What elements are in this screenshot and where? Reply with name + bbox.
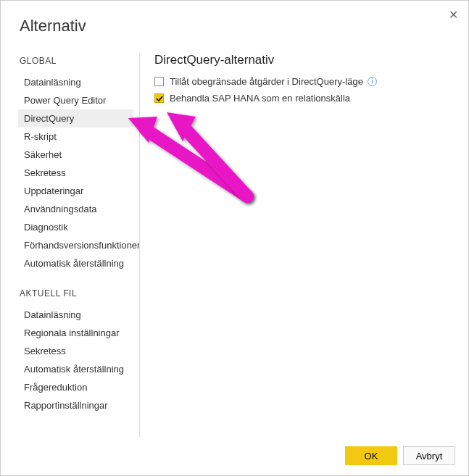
sidebar-item-anvandningsdata[interactable]: Användningsdata [18, 200, 139, 218]
sidebar-item-automatisk-aterstallning[interactable]: Automatisk återställning [18, 254, 139, 272]
dialog-footer: OK Avbryt [345, 446, 455, 465]
close-button[interactable]: ✕ [449, 8, 458, 22]
close-icon: ✕ [449, 9, 458, 21]
option-label-sap-hana: Behandla SAP HANA som en relationskälla [170, 93, 350, 104]
sidebar: GLOBAL Datainläsning Power Query Editor … [1, 53, 140, 437]
sidebar-item-sekretess[interactable]: Sekretess [18, 164, 139, 182]
option-label-unrestricted: Tillåt obegränsade åtgärder i DirectQuer… [170, 76, 363, 87]
sidebar-item-power-query-editor[interactable]: Power Query Editor [18, 91, 139, 109]
check-icon [156, 95, 163, 102]
sidebar-item-sekretess-fil[interactable]: Sekretess [18, 342, 139, 360]
sidebar-item-uppdateringar[interactable]: Uppdateringar [18, 182, 139, 200]
sidebar-item-datainlasning[interactable]: Datainläsning [18, 73, 139, 91]
option-row-sap-hana: Behandla SAP HANA som en relationskälla [154, 93, 454, 104]
cancel-button[interactable]: Avbryt [403, 446, 455, 465]
checkbox-unrestricted[interactable] [154, 77, 164, 86]
section-header-global: GLOBAL [20, 56, 139, 66]
dialog-content: GLOBAL Datainläsning Power Query Editor … [1, 53, 468, 437]
main-panel: DirectQuery-alternativ Tillåt obegränsad… [140, 53, 468, 437]
sidebar-item-directquery[interactable]: DirectQuery [18, 109, 133, 128]
dialog-title: Alternativ [1, 1, 468, 36]
checkbox-sap-hana[interactable] [154, 93, 164, 103]
sidebar-item-r-skript[interactable]: R-skript [18, 128, 139, 146]
sidebar-item-datainlasning-fil[interactable]: Datainläsning [18, 306, 139, 324]
sidebar-item-rapportinstallningar[interactable]: Rapportinställningar [18, 396, 139, 414]
sidebar-item-sakerhet[interactable]: Säkerhet [18, 146, 139, 164]
ok-button[interactable]: OK [345, 446, 397, 465]
sidebar-item-fragereduktion[interactable]: Frågereduktion [18, 378, 139, 396]
sidebar-item-regionala-installningar[interactable]: Regionala inställningar [18, 324, 139, 342]
sidebar-item-diagnostik[interactable]: Diagnostik [18, 218, 139, 236]
main-heading: DirectQuery-alternativ [154, 53, 454, 67]
option-row-unrestricted: Tillåt obegränsade åtgärder i DirectQuer… [154, 76, 454, 87]
sidebar-item-automatisk-aterstallning-fil[interactable]: Automatisk återställning [18, 360, 139, 378]
info-icon[interactable]: i [368, 77, 377, 86]
section-header-aktuell-fil: AKTUELL FIL [20, 288, 139, 298]
sidebar-item-forhandsversionsfunktioner[interactable]: Förhandsversionsfunktioner [18, 236, 139, 254]
